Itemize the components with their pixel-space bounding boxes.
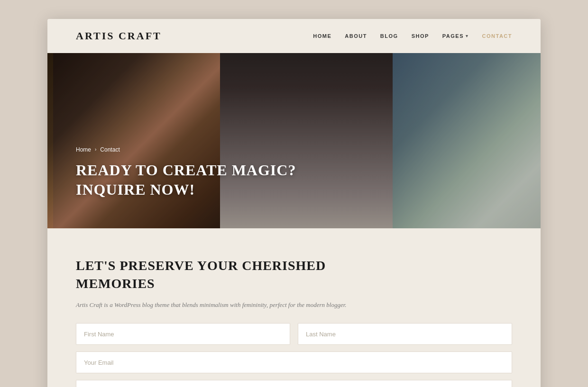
breadcrumb-chevron-icon: › xyxy=(95,147,96,152)
chevron-down-icon: ▾ xyxy=(466,34,469,38)
breadcrumb: Home › Contact xyxy=(76,146,313,153)
content-section: LET'S PRESERVE YOUR CHERISHED MEMORIES A… xyxy=(47,228,541,387)
browser-window: ARTIS CRAFT HOME ABOUT BLOG SHOP PAGES ▾… xyxy=(47,19,541,387)
hero-overlay xyxy=(47,53,541,228)
nav-home[interactable]: HOME xyxy=(313,33,331,39)
last-name-input[interactable] xyxy=(298,323,512,345)
nav-about[interactable]: ABOUT xyxy=(345,33,367,39)
site-logo: ARTIS CRAFT xyxy=(76,30,162,42)
form-row-name xyxy=(76,323,512,345)
contact-form xyxy=(76,323,512,387)
site-nav: HOME ABOUT BLOG SHOP PAGES ▾ CONTACT xyxy=(313,33,512,39)
first-name-input[interactable] xyxy=(76,323,290,345)
extra-field-input[interactable] xyxy=(76,380,512,387)
hero-title: READY TO CREATE MAGIC? INQUIRE NOW! xyxy=(76,161,313,200)
email-input[interactable] xyxy=(76,351,512,373)
content-title: LET'S PRESERVE YOUR CHERISHED MEMORIES xyxy=(76,257,360,293)
nav-shop[interactable]: SHOP xyxy=(412,33,429,39)
nav-contact[interactable]: CONTACT xyxy=(482,33,512,39)
breadcrumb-current: Contact xyxy=(100,146,119,153)
site-header: ARTIS CRAFT HOME ABOUT BLOG SHOP PAGES ▾… xyxy=(47,19,541,53)
form-row-bottom xyxy=(76,380,512,387)
hero-content: Home › Contact READY TO CREATE MAGIC? IN… xyxy=(76,146,313,200)
content-description: Artis Craft is a WordPress blog theme th… xyxy=(76,300,360,310)
hero-section: Home › Contact READY TO CREATE MAGIC? IN… xyxy=(47,53,541,228)
nav-pages[interactable]: PAGES ▾ xyxy=(442,33,469,39)
breadcrumb-home[interactable]: Home xyxy=(76,146,91,153)
nav-blog[interactable]: BLOG xyxy=(380,33,398,39)
